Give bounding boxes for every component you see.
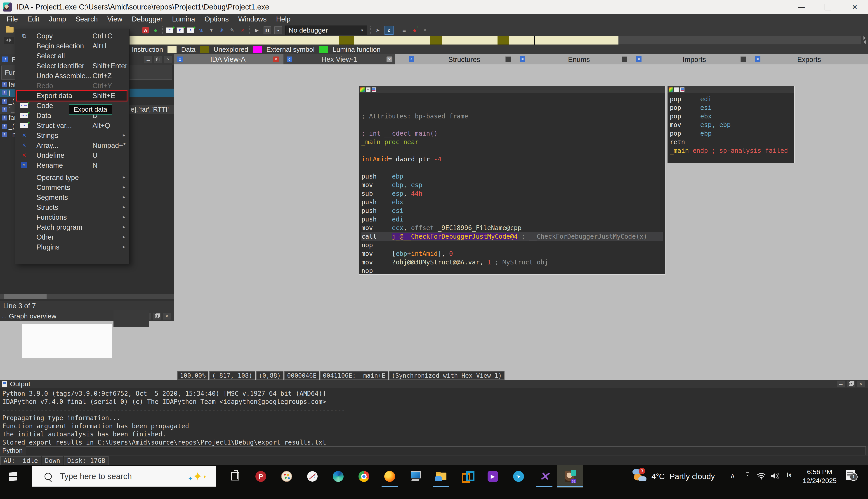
dock-tab-imports[interactable]: Imports [683,56,706,64]
close-tab-icon[interactable]: ✕ [273,57,279,62]
asm-line[interactable]: call j_@__CheckForDebuggerJustMyCode@4 ;… [362,232,663,241]
make-code-icon[interactable]: C [166,27,173,33]
taskbar-search[interactable]: Type here to search ✦✦✦ [32,466,216,487]
menubar-item-windows[interactable]: Windows [233,14,271,24]
struct-var-icon[interactable]: A [187,27,194,33]
menu-item-struct-var[interactable]: AStruct var...Alt+Q [16,120,129,130]
weather-icon[interactable]: 3 [633,469,648,483]
asm-line[interactable]: mov esp, ebp [670,121,792,129]
edit-icon[interactable] [674,87,679,92]
taskbar-app-telegram[interactable]: ➤ [506,465,531,488]
disassembly-listing[interactable]: pop edipop esipop ebxmov esp, ebppop ebp… [668,93,794,155]
menubar-item-options[interactable]: Options [200,14,233,24]
dock-tab-structures[interactable]: Structures [448,56,480,64]
close-button[interactable]: ✕ [841,0,868,14]
chevron-down-icon[interactable]: ▾ [357,26,367,35]
taskbar-app-paint[interactable] [274,465,299,488]
strings-icon[interactable]: 's [197,27,205,34]
asm-line[interactable]: ; int __cdecl main() [362,129,663,138]
menubar-item-help[interactable]: Help [271,14,295,24]
notification-center-icon[interactable]: 1 [846,470,855,480]
graph-overview-viewport[interactable] [22,324,112,358]
menu-item-functions[interactable]: Functions▸ [16,212,129,222]
close-panel-button[interactable]: ✕ [857,380,865,387]
menu-item-begin-selection[interactable]: Begin selectionAlt+L [16,41,129,51]
asm-line[interactable]: push esi [362,207,663,215]
wifi-icon[interactable] [757,472,766,479]
keyboard-language-indicator[interactable]: فا [787,472,792,479]
disassembly-window-main[interactable]: ✎ ; Attributes: bp-based frame ; int __c… [359,86,665,275]
menu-item-redo[interactable]: RedoCtrl+Y [16,81,129,90]
chart-icon[interactable] [680,87,684,92]
menu-item-segments[interactable]: Segments▸ [16,192,129,202]
hidden-icons-chevron[interactable]: ∧ [730,472,735,479]
taskbar-app-vmware[interactable] [454,465,480,488]
asm-line[interactable]: mov [ebp+intAmid], 0 [362,250,663,258]
menu-item-patch-program[interactable]: Patch program▸ [16,222,129,232]
menu-item-other[interactable]: Other▸ [16,232,129,242]
float-button[interactable] [154,56,162,63]
dock-tab-exports[interactable]: Exports [797,56,821,64]
taskbar-app-chrome[interactable] [351,465,377,488]
colors-icon[interactable] [669,87,673,92]
taskbar-app-edge[interactable] [325,465,351,488]
disassembly-window-side[interactable]: pop edipop esipop ebxmov esp, ebppop ebp… [667,86,795,163]
dock-view-icon[interactable]: ≣ [520,56,525,62]
asm-line[interactable]: ; Attributes: bp-based frame [362,112,663,121]
tab-hex-view-1[interactable]: 0 Hex View-1 ✕ [283,54,395,64]
maximize-button[interactable] [815,0,841,14]
dock-window-icon[interactable] [622,57,627,62]
start-button[interactable] [0,465,26,488]
dock-view-icon[interactable]: ≣ [755,56,760,62]
asm-line[interactable]: push ebp [362,172,663,181]
dock-button[interactable]: ▬ [144,56,152,63]
asm-line[interactable]: _main endp ; sp-analysis failed [670,146,792,155]
navigation-band[interactable] [17,36,861,45]
taskbar-app-ida[interactable]: 32 [557,465,583,488]
dock-window-icon[interactable] [505,57,511,62]
chart-icon[interactable] [371,87,376,92]
menu-item-plugins[interactable]: Plugins▸ [16,242,129,252]
tab-ida-view-a[interactable]: ≣ IDA View-A ✕ [174,54,283,64]
asm-line[interactable]: _main proc near [362,138,663,146]
menu-item-rename[interactable]: ✎RenameN [16,160,129,170]
menu-item-undefine[interactable]: ✕UndefineU [16,150,129,160]
taskbar-app-media-player[interactable]: ▶ [480,465,506,488]
dock-button[interactable]: ▬ [837,380,845,387]
menubar-item-file[interactable]: File [2,14,23,24]
a-view-icon[interactable]: A [409,56,414,62]
menu-item-copy[interactable]: ⧉CopyCtrl+C [16,31,129,41]
trace-list-icon[interactable]: ≣ [401,27,408,34]
menu-item-comments[interactable]: Comments▸ [16,182,129,192]
asm-line[interactable]: nop [362,241,663,250]
disassembly-listing[interactable]: ; Attributes: bp-based frame ; int __cde… [359,93,665,275]
asm-line[interactable]: push edi [362,215,663,224]
asm-line[interactable]: sub esp, 44h [362,190,663,198]
taskbar-app-task-view[interactable] [222,465,248,488]
asm-line[interactable]: nop [362,267,663,275]
asm-line[interactable]: pop esi [670,104,792,112]
taskbar-app-psiphon[interactable]: P [248,465,274,488]
taskbar-app-file-explorer[interactable] [428,465,454,488]
volume-icon[interactable] [771,472,781,480]
asm-line[interactable]: push ebx [362,198,663,207]
float-button[interactable] [847,380,855,387]
taskbar-app-firefox[interactable] [377,465,403,488]
taskbar-app-snipping[interactable]: ✂ [299,465,325,488]
asm-line[interactable] [362,95,663,104]
dock-view-icon[interactable]: ≣ [636,56,641,62]
rename-icon[interactable]: ✎ [229,27,236,34]
menubar-item-jump[interactable]: Jump [44,14,71,24]
asm-line[interactable]: pop ebp [670,129,792,138]
debugger-stop-button[interactable]: ■ [274,26,282,34]
menu-item-select-identifier[interactable]: Select identifierShift+Enter [16,61,129,71]
asm-line[interactable]: pop ebx [670,112,792,121]
menu-item-array[interactable]: ✳Array...Numpad+* [16,141,129,150]
colors-icon[interactable] [360,87,365,92]
menubar-item-debugger[interactable]: Debugger [127,14,167,24]
dropdown-arrow-icon[interactable]: ▾ [208,27,215,34]
attach-process-icon[interactable]: c [384,26,393,35]
menu-item-strings[interactable]: ✕Strings▸ [16,130,129,141]
menubar-item-lumina[interactable]: Lumina [167,14,200,24]
array-icon[interactable]: ✳ [218,27,225,34]
